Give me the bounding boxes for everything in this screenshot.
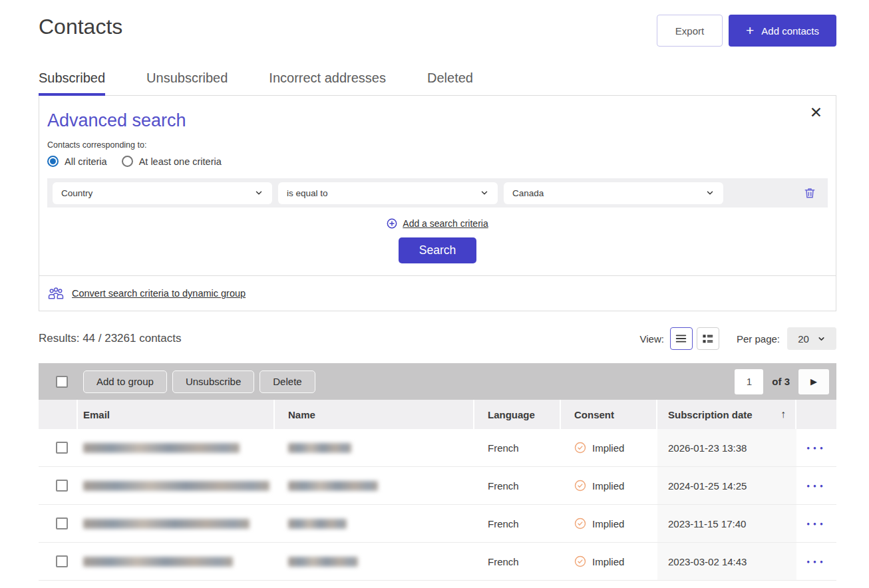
advanced-search-title: Advanced search bbox=[47, 110, 828, 131]
plus-circle-icon bbox=[387, 218, 397, 229]
redacted-email bbox=[83, 557, 233, 567]
chevron-down-icon bbox=[254, 188, 263, 198]
next-page-button[interactable]: ▶ bbox=[798, 369, 829, 394]
card-view-icon bbox=[702, 334, 713, 344]
select-all-checkbox[interactable] bbox=[56, 376, 68, 388]
redacted-name bbox=[288, 557, 358, 567]
per-page-select[interactable]: 20 bbox=[787, 327, 836, 350]
consent-check-icon bbox=[574, 517, 586, 529]
delete-button[interactable]: Delete bbox=[260, 370, 315, 393]
list-view-button[interactable] bbox=[670, 327, 693, 350]
radio-unselected-icon bbox=[122, 156, 133, 167]
card-view-button[interactable] bbox=[697, 327, 719, 350]
row-checkbox[interactable] bbox=[56, 517, 68, 529]
tab-deleted[interactable]: Deleted bbox=[427, 71, 473, 96]
unsubscribe-button[interactable]: Unsubscribe bbox=[172, 370, 254, 393]
consent-label: Implied bbox=[592, 518, 624, 529]
sort-ascending-icon[interactable]: ↑ bbox=[781, 408, 786, 420]
header-consent[interactable]: Consent bbox=[561, 400, 657, 429]
language-cell: French bbox=[474, 429, 561, 466]
pagination: of 3 ▶ bbox=[735, 369, 829, 394]
consent-cell: Implied bbox=[574, 555, 624, 567]
add-contacts-button[interactable]: + Add contacts bbox=[729, 15, 836, 47]
redacted-email bbox=[83, 443, 240, 453]
table-row: French Implied 2024-01-25 14:25 ●●● bbox=[39, 467, 836, 505]
export-button[interactable]: Export bbox=[657, 15, 723, 47]
plus-icon: + bbox=[746, 23, 754, 37]
list-view-icon bbox=[675, 334, 687, 343]
row-checkbox[interactable] bbox=[56, 480, 68, 492]
table-row: French Implied 2026-01-23 13:38 ●●● bbox=[39, 429, 836, 467]
corresponding-label: Contacts corresponding to: bbox=[47, 140, 828, 150]
search-button[interactable]: Search bbox=[399, 237, 476, 263]
row-checkbox[interactable] bbox=[56, 555, 68, 567]
row-actions-button[interactable]: ●●● bbox=[806, 445, 826, 451]
advanced-search-panel: ✕ Advanced search Contacts corresponding… bbox=[39, 95, 836, 311]
trash-icon bbox=[803, 186, 816, 200]
redacted-name bbox=[288, 443, 351, 453]
table-body: French Implied 2026-01-23 13:38 ●●● Fren… bbox=[39, 429, 836, 581]
redacted-email bbox=[83, 481, 269, 491]
criteria-field-select[interactable]: Country bbox=[53, 182, 272, 204]
page-header: Contacts Export + Add contacts bbox=[39, 0, 836, 47]
header-email[interactable]: Email bbox=[78, 400, 275, 429]
row-actions-button[interactable]: ●●● bbox=[806, 559, 826, 565]
criteria-value-select[interactable]: Canada bbox=[504, 182, 723, 204]
results-count: Results: 44 / 23261 contacts bbox=[39, 332, 182, 345]
consent-cell: Implied bbox=[574, 517, 624, 529]
row-checkbox[interactable] bbox=[56, 442, 68, 454]
add-to-group-button[interactable]: Add to group bbox=[83, 370, 167, 393]
add-criteria-link[interactable]: Add a search criteria bbox=[403, 218, 488, 229]
consent-cell: Implied bbox=[574, 480, 624, 492]
radio-all-criteria[interactable]: All criteria bbox=[47, 156, 107, 167]
page-total-label: of 3 bbox=[772, 376, 790, 387]
tab-subscribed[interactable]: Subscribed bbox=[39, 71, 105, 96]
row-actions-button[interactable]: ●●● bbox=[806, 521, 826, 527]
subscription-date-cell: 2026-01-23 13:38 bbox=[657, 429, 796, 466]
redacted-name bbox=[288, 519, 347, 529]
radio-at-least-one-criteria[interactable]: At least one criteria bbox=[122, 156, 222, 167]
criteria-value-value: Canada bbox=[512, 188, 544, 198]
results-controls: View: Per page: 20 bbox=[640, 327, 836, 350]
header-subscription-date[interactable]: Subscription date ↑ bbox=[657, 400, 796, 429]
criteria-field-value: Country bbox=[61, 188, 92, 198]
header-name[interactable]: Name bbox=[275, 400, 474, 429]
subscription-date-cell: 2023-11-15 17:40 bbox=[657, 505, 796, 542]
tab-unsubscribed[interactable]: Unsubscribed bbox=[146, 71, 228, 96]
radio-at-least-one-label: At least one criteria bbox=[139, 156, 222, 167]
header-actions-column bbox=[796, 400, 836, 429]
redacted-name bbox=[288, 481, 378, 491]
bulk-actions-toolbar: Add to group Unsubscribe Delete of 3 ▶ bbox=[39, 363, 836, 400]
header-language[interactable]: Language bbox=[474, 400, 561, 429]
convert-row: Convert search criteria to dynamic group bbox=[39, 275, 836, 311]
delete-criteria-button[interactable] bbox=[803, 186, 816, 200]
criteria-operator-select[interactable]: is equal to bbox=[278, 182, 498, 204]
convert-to-dynamic-group-link[interactable]: Convert search criteria to dynamic group bbox=[72, 288, 246, 299]
radio-selected-icon bbox=[47, 156, 59, 167]
chevron-down-icon bbox=[817, 335, 826, 343]
chevron-down-icon bbox=[480, 188, 489, 198]
search-row: Search bbox=[47, 237, 828, 263]
next-arrow-icon: ▶ bbox=[810, 376, 817, 386]
consent-label: Implied bbox=[592, 556, 624, 567]
criteria-operator-value: is equal to bbox=[287, 188, 328, 198]
criteria-match-radios: All criteria At least one criteria bbox=[47, 156, 828, 167]
language-cell: French bbox=[474, 467, 561, 504]
chevron-down-icon bbox=[705, 188, 715, 198]
page-number-input[interactable] bbox=[735, 369, 763, 394]
page-title: Contacts bbox=[39, 15, 122, 39]
subscription-date-cell: 2023-03-02 14:43 bbox=[657, 543, 796, 580]
group-icon bbox=[47, 287, 65, 300]
results-bar: Results: 44 / 23261 contacts View: Per p… bbox=[39, 327, 836, 350]
row-actions-button[interactable]: ●●● bbox=[806, 483, 826, 489]
per-page-value: 20 bbox=[798, 333, 809, 345]
per-page-label: Per page: bbox=[737, 333, 780, 345]
search-criteria-row: Country is equal to Canada bbox=[47, 178, 828, 208]
tab-incorrect-addresses[interactable]: Incorrect addresses bbox=[269, 71, 386, 96]
consent-label: Implied bbox=[592, 480, 624, 492]
consent-check-icon bbox=[574, 555, 586, 567]
table-header: Email Name Language Consent Subscription… bbox=[39, 400, 836, 429]
consent-label: Implied bbox=[592, 442, 624, 454]
header-checkbox-column bbox=[39, 400, 78, 429]
close-icon[interactable]: ✕ bbox=[810, 105, 822, 120]
